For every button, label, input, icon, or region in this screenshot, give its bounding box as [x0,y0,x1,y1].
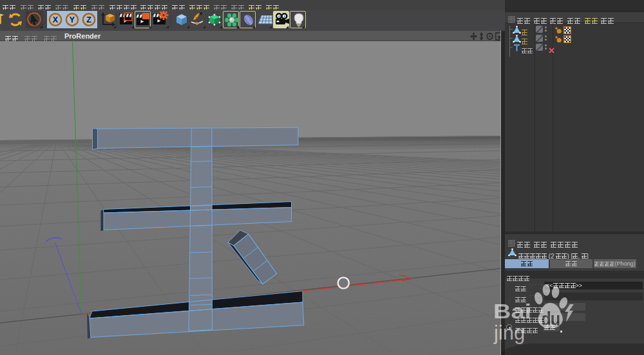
svg-text:Y: Y [70,15,75,24]
svg-text:X: X [53,15,59,24]
svg-text:Z: Z [87,15,92,24]
